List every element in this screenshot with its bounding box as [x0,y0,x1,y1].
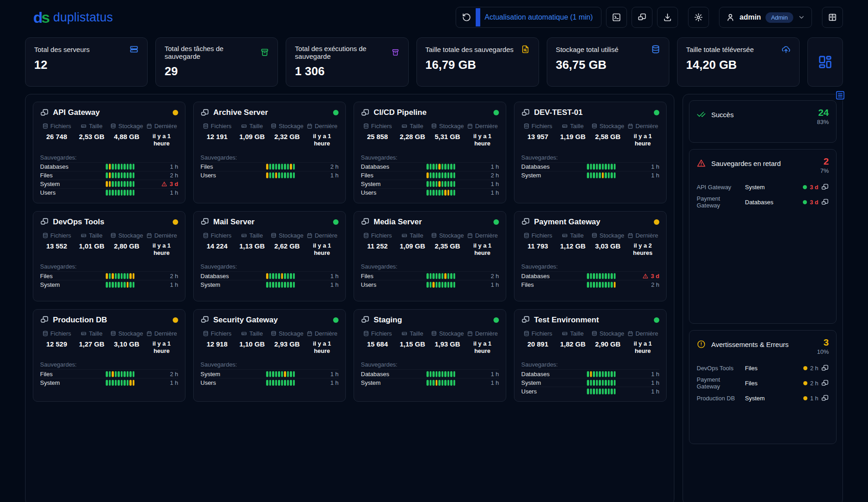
backup-row[interactable]: Databases 1 h [40,162,178,171]
server-status-dot [493,317,499,323]
stat-card[interactable]: Taille totale des sauvegardes 16,79 GB [416,37,539,87]
backup-row[interactable]: Files 2 h [361,271,499,280]
backup-row[interactable]: Users 1 h [40,188,178,197]
backup-time: 2 h [459,273,499,279]
history-bar [608,282,610,288]
last-icon [307,331,313,336]
backup-row[interactable]: Files 2 h [361,171,499,180]
backup-row[interactable]: Files 2 h [200,162,339,171]
history-bar [430,380,432,386]
stat-card[interactable]: Total des exécutions de sauvegarde 1 306 [286,37,408,87]
backup-row[interactable]: System 1 h [40,280,178,289]
alert-item[interactable]: Production DB System 1 h [697,393,829,404]
stat-value: 36,75 GB [556,58,660,72]
backup-history-bars [426,164,455,170]
backup-name: Files [40,172,106,179]
server-card[interactable]: Test Environment Fichiers 20 891 Taille … [514,309,667,402]
backup-row[interactable]: Files 2 h [40,271,178,280]
history-bar [278,371,280,377]
storage-value: 4,88 GB [110,133,144,140]
backup-row[interactable]: System 1 h [361,378,499,387]
backup-row[interactable]: Files 2 h [40,369,178,378]
terminal-button[interactable] [606,7,627,28]
app-logo[interactable]: ds duplistatus [33,9,113,26]
backup-row[interactable]: Users 1 h [361,280,499,289]
server-card[interactable]: DevOps Tools Fichiers 13 552 Taille 1,01… [33,211,185,301]
history-bar [602,273,604,279]
backup-row[interactable]: System 1 h [361,180,499,188]
report-list-icon[interactable] [835,90,845,100]
history-bar [453,190,456,196]
backup-row[interactable]: Users 1 h [200,378,339,387]
backup-row[interactable]: Databases 3 d [521,271,659,280]
history-bar [106,172,108,178]
history-bar [290,371,292,377]
backup-row[interactable]: Files 2 h [40,171,178,180]
server-card[interactable]: Security Gateway Fichiers 12 918 Taille … [193,309,346,402]
stat-card[interactable]: Taille totale téléversée 14,20 GB [677,37,800,87]
backup-row[interactable]: Users 1 h [361,188,499,197]
devices-button[interactable] [632,7,652,28]
stat-card[interactable]: Total des tâches de sauvegarde 29 [155,37,278,87]
backup-history-bars [587,273,616,279]
user-menu-button[interactable]: admin Admin [719,7,812,28]
history-bar [436,164,438,170]
download-button[interactable] [657,7,678,28]
history-bar [447,181,450,187]
dashboard-view-button[interactable] [807,37,843,87]
alert-item[interactable]: DevOps Tools Files 2 h [697,362,829,373]
backup-row[interactable]: Files 2 h [521,280,659,289]
size-value: 2,53 GB [75,133,108,140]
server-card[interactable]: Payment Gateway Fichiers 11 793 Taille 1… [514,211,667,301]
backup-row[interactable]: Users 1 h [521,387,659,395]
backup-row[interactable]: System 3 d [40,180,178,188]
backup-row[interactable]: System 1 h [200,369,339,378]
backup-history-bars [587,282,616,288]
warnings-summary-card[interactable]: Avertissements & Erreurs 3 10% DevOps To… [689,330,837,444]
backups-list: Databases 1 h System 1 h Users 1 h [521,369,659,395]
alert-item[interactable]: Payment Gateway Files 2 h [697,378,829,388]
server-card[interactable]: DEV-TEST-01 Fichiers 13 957 Taille 1,19 … [514,102,667,203]
history-bar [432,172,435,178]
backups-list: Files 2 h System 1 h [40,369,178,387]
backup-row[interactable]: Databases 1 h [361,162,499,171]
history-bar [123,190,126,196]
backup-row[interactable]: Databases 1 h [200,271,339,280]
server-card[interactable]: Archive Server Fichiers 12 191 Taille 1,… [193,102,346,203]
success-summary-card[interactable]: Succès 24 83% [689,100,837,143]
server-card[interactable]: API Gateway Fichiers 26 748 Taille 2,53 … [33,102,185,203]
backup-name: Files [361,172,426,179]
docs-button[interactable] [822,7,843,28]
last-value: il y a 2 heures [626,242,659,257]
alert-item[interactable]: Payment Gateway Databases 3 d [697,197,829,207]
size-icon [81,123,87,129]
backup-name: System [521,172,587,179]
backup-row[interactable]: System 1 h [521,171,659,180]
backup-row[interactable]: Databases 1 h [361,369,499,378]
backup-time: 2 h [459,172,499,179]
server-card[interactable]: CI/CD Pipeline Fichiers 25 858 Taille 2,… [354,102,506,203]
overdue-summary-card[interactable]: Sauvegardes en retard 2 7% API Gateway S… [689,149,837,324]
history-bar [605,164,607,170]
backup-row[interactable]: Users 1 h [200,171,339,180]
terminal-icon [612,13,621,22]
server-card[interactable]: Staging Fichiers 15 684 Taille 1,15 GB S… [354,309,506,402]
server-card[interactable]: Media Server Fichiers 11 252 Taille 1,09… [354,211,506,301]
backup-row[interactable]: Databases 1 h [521,369,659,378]
files-label: Fichiers [532,123,553,129]
server-card[interactable]: Mail Server Fichiers 14 224 Taille 1,13 … [193,211,346,301]
backup-row[interactable]: System 1 h [40,378,178,387]
history-bar [438,282,441,288]
backup-row[interactable]: System 1 h [521,378,659,387]
backup-row[interactable]: System 1 h [200,280,339,289]
auto-refresh-button[interactable]: Actualisation automatique (1 min) [456,7,601,28]
alert-item[interactable]: API Gateway System 3 d [697,181,829,192]
history-bar [430,282,432,288]
history-bar [590,371,592,377]
stat-card[interactable]: Total des serveurs 12 [25,37,148,87]
server-card[interactable]: Production DB Fichiers 12 529 Taille 1,2… [33,309,185,402]
settings-button[interactable] [688,7,709,28]
backup-row[interactable]: Databases 1 h [521,162,659,171]
history-bar [587,388,589,394]
stat-card[interactable]: Stockage total utilisé 36,75 GB [547,37,669,87]
